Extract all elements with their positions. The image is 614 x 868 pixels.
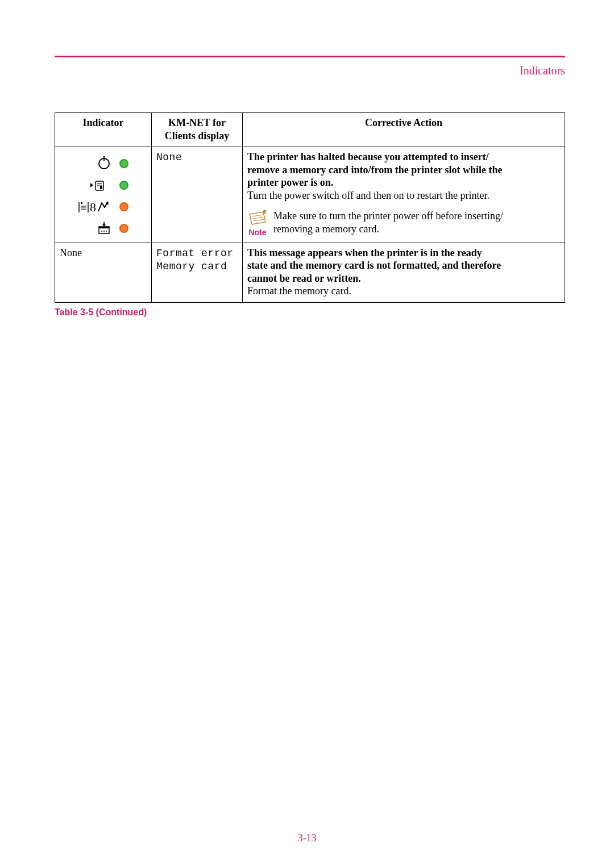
- col-header-kmnet-l2: Clients display: [165, 130, 230, 141]
- svg-rect-9: [81, 202, 82, 204]
- cell-action-2: This message appears when the printer is…: [243, 243, 565, 302]
- cell-action-1: The printer has halted because you attem…: [243, 147, 565, 243]
- svg-text:8: 8: [90, 200, 96, 214]
- svg-rect-16: [99, 227, 109, 228]
- col-header-kmnet-l1: KM-NET for: [168, 117, 226, 128]
- action1-bold-l1: The printer has halted because you attem…: [247, 151, 489, 162]
- note-text-l2: removing a memory card.: [273, 223, 379, 235]
- note-icon: [247, 210, 268, 227]
- action2-bold-l3: cannot be read or written.: [247, 273, 361, 284]
- note-label: Note: [247, 228, 268, 238]
- indicator-table: Indicator KM-NET for Clients display Cor…: [55, 112, 565, 303]
- svg-rect-1: [103, 156, 105, 161]
- action2-bold-l2: state and the memory card is not formatt…: [247, 260, 501, 271]
- top-rule: [55, 56, 565, 57]
- svg-point-19: [106, 231, 107, 232]
- col-header-indicator: Indicator: [55, 113, 152, 147]
- led-ready-green-icon: [119, 159, 128, 168]
- kmnet-value-1: None: [156, 152, 182, 163]
- svg-rect-4: [100, 186, 102, 189]
- toner-icon: [97, 220, 111, 237]
- action1-bold-l3: printer power is on.: [247, 177, 333, 188]
- col-header-action: Corrective Action: [243, 113, 565, 147]
- cell-indicator-panel: 8: [55, 147, 152, 243]
- cell-indicator-2: None: [55, 243, 152, 302]
- cell-kmnet-1: None: [152, 147, 243, 243]
- paper-jam-icon: 8: [78, 198, 111, 215]
- indicator-panel: 8: [60, 151, 147, 237]
- kmnet2-l2: Memory card: [156, 261, 227, 272]
- table-row: None Format error Memory card This messa…: [55, 243, 565, 302]
- data-icon: [89, 177, 111, 194]
- table-caption: Table 3-5 (Continued): [55, 307, 565, 318]
- section-title: Indicators: [55, 64, 565, 77]
- table-row: 8: [55, 147, 565, 243]
- led-toner-orange-icon: [119, 224, 128, 233]
- kmnet2-l1: Format error: [156, 248, 234, 259]
- action2-plain: Format the memory card.: [247, 285, 351, 297]
- svg-point-18: [103, 231, 105, 232]
- note-block: Note Make sure to turn the printer power…: [247, 210, 560, 238]
- col-header-kmnet: KM-NET for Clients display: [152, 113, 243, 147]
- table-header-row: Indicator KM-NET for Clients display Cor…: [55, 113, 565, 147]
- action1-plain: Turn the power switch off and then on to…: [247, 190, 489, 201]
- ready-icon: [97, 155, 111, 172]
- svg-marker-2: [90, 183, 93, 187]
- led-jam-orange-icon: [119, 202, 128, 211]
- page-number: 3-13: [0, 832, 614, 844]
- action1-bold-l2: remove a memory card into/from the print…: [247, 164, 502, 176]
- cell-kmnet-2: Format error Memory card: [152, 243, 243, 302]
- svg-point-17: [101, 231, 102, 232]
- note-text: Make sure to turn the printer power off …: [273, 210, 503, 235]
- led-data-green-icon: [119, 181, 128, 190]
- note-text-l1: Make sure to turn the printer power off …: [273, 210, 503, 222]
- action2-bold-l1: This message appears when the printer is…: [247, 247, 482, 258]
